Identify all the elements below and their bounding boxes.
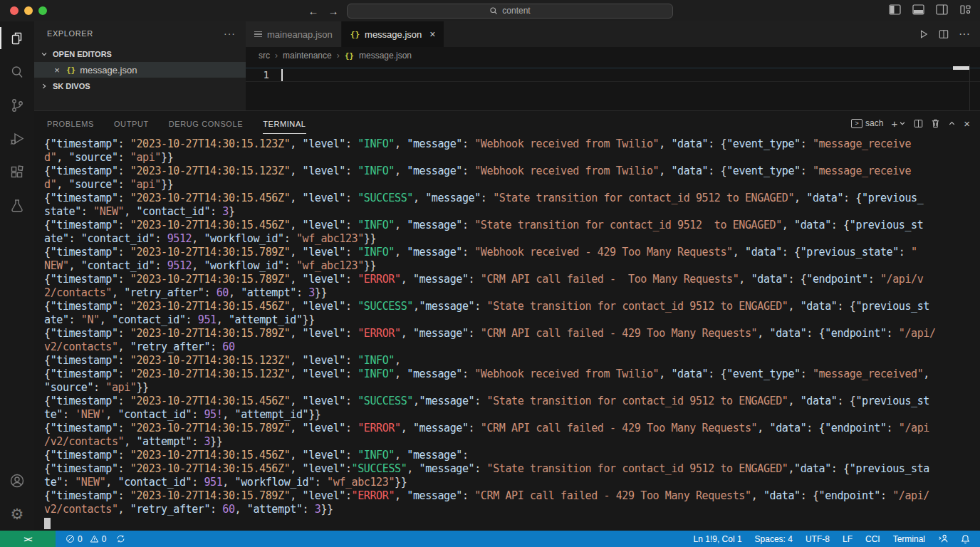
terminal-output[interactable]: {"timestamp": "2023-10-27T14:30:15.123Z"… (34, 135, 980, 531)
editor-more-actions-icon[interactable]: ··· (959, 28, 970, 41)
breadcrumb-separator-icon: › (337, 51, 340, 61)
encoding-indicator[interactable]: UTF-8 (806, 534, 830, 544)
search-icon (489, 6, 498, 15)
activity-extensions-icon[interactable] (0, 155, 34, 189)
tab-debug-console[interactable]: DERUG CONSOLE (169, 113, 243, 134)
terminal-line: {"timestamp": "2023-10-27T14:30:15.456Z"… (44, 192, 980, 205)
terminal-line: {"timestamp": "2023-10-27T14:30:15.456Z"… (44, 395, 980, 408)
maximize-panel-chevron-up-icon[interactable] (948, 120, 956, 127)
line-col-indicator[interactable]: Ln 1!9, Col 1 (694, 534, 742, 544)
activity-source-control-icon[interactable] (0, 88, 34, 122)
title-bar: ← → content (0, 0, 980, 21)
panel-tabs: PROBLEMS OUTPUT DERUG CONSOLE TERMINAL (47, 113, 306, 134)
sync-icon[interactable] (116, 534, 125, 543)
terminal-line: {"timestamp": "2023-10-27T14:30:15.789Z"… (44, 489, 980, 503)
toggle-secondary-sidebar-icon[interactable] (936, 4, 948, 15)
breadcrumb-src[interactable]: src (259, 51, 270, 61)
terminal-line: {"timestamp": "2023-10-27T14:30:15.123Z"… (44, 354, 980, 368)
notifications-bell-icon[interactable] (961, 534, 970, 544)
terminal-line: "source": "api"}} (44, 381, 980, 395)
terminal-line: {"timestamp": "2023-10-27T14:30:15.456Z"… (44, 300, 980, 313)
tab-terminal[interactable]: TERMINAL (263, 113, 306, 134)
open-editor-message-json[interactable]: × {} message.json (34, 62, 246, 78)
terminal-line: {"timestamp": "2023-10-27T14:30:15.123Z"… (44, 165, 980, 178)
workbench: EXPLORER ··· OPEN EDITORS × {} (34, 21, 980, 531)
problems-status[interactable]: 0 0 (66, 534, 106, 544)
customize-layout-icon[interactable] (959, 4, 971, 15)
terminal-line: {"timestamp": "2023-10-27T14:30:15.789Z"… (44, 327, 980, 340)
remote-icon: >< (24, 535, 32, 543)
close-tab-icon[interactable]: × (429, 28, 435, 40)
close-panel-icon[interactable]: × (964, 118, 970, 130)
open-editor-label: message.json (80, 65, 137, 75)
terminal-line: state": "NEW", "contact_id": 3} (44, 205, 980, 219)
terminal-line: v2/contacts", "retry_after": 60 (44, 340, 980, 354)
activity-bar: ⚙ (0, 21, 34, 531)
breadcrumb-maintenance[interactable]: maintenance (283, 51, 332, 61)
terminal-icon: > (851, 119, 862, 128)
folder-root-label: SK DIVOS (53, 82, 90, 90)
activity-run-debug-icon[interactable] (0, 122, 34, 155)
close-editor-icon[interactable]: × (52, 65, 62, 75)
eol-indicator[interactable]: LF (843, 534, 853, 544)
terminal-line: te": 'NEW', "contact_id": 95!, "attempt_… (44, 408, 980, 422)
panel-actions: > sach + (851, 118, 970, 130)
context-indicator[interactable]: Terminal (893, 534, 925, 544)
new-terminal-button[interactable]: + (891, 118, 906, 130)
error-icon (66, 534, 75, 543)
editor-scrollbar[interactable] (953, 66, 969, 70)
activity-search-icon[interactable] (0, 55, 34, 88)
workbench-main: ⚙ EXPLORER ··· (0, 21, 980, 531)
current-line: 1 (246, 68, 980, 82)
vscode-window: ← → content (0, 0, 980, 547)
open-editors-section[interactable]: OPEN EDITORS (34, 46, 246, 62)
language-indicator[interactable]: CCI (865, 534, 880, 544)
accounts-icon[interactable] (0, 464, 34, 497)
tab-message-json[interactable]: {} message.json × (342, 21, 444, 47)
tab-maineanap-json[interactable]: maineanap.json (246, 21, 342, 47)
activity-testing-icon[interactable] (0, 189, 34, 222)
shell-label: sach (865, 118, 883, 128)
toggle-sidebar-icon[interactable] (889, 4, 901, 15)
minimize-window-button[interactable] (24, 6, 33, 15)
activity-explorer-icon[interactable] (0, 21, 34, 55)
explorer-sidebar: EXPLORER ··· OPEN EDITORS × {} (34, 21, 246, 110)
json-file-icon: {} (350, 30, 360, 39)
status-right: Ln 1!9, Col 1 Spaces: 4 UTF-8 LF CCI Ter… (694, 534, 980, 544)
split-terminal-icon[interactable] (914, 119, 923, 128)
terminal-line: 2/contacts", "retry_after": 60, "attempt… (44, 286, 980, 300)
feedback-icon[interactable] (938, 534, 948, 543)
terminal-line: {"timestamp": "2023-10-27T14:30:15.456Z"… (44, 219, 980, 232)
terminal-line: d", "source": "api"}} (44, 178, 980, 192)
panel-header: PROBLEMS OUTPUT DERUG CONSOLE TERMINAL >… (34, 111, 980, 135)
json-file-icon: {} (345, 51, 354, 61)
editor-code-area[interactable]: 1 (246, 64, 980, 110)
command-center-search[interactable]: content (347, 4, 673, 19)
kill-terminal-trash-icon[interactable] (931, 118, 940, 128)
terminal-line: NEW", "contact_id": 9512, "workflow_id":… (44, 259, 980, 273)
terminal-shell-badge[interactable]: > sach (851, 118, 883, 128)
tab-problems[interactable]: PROBLEMS (47, 113, 94, 134)
settings-gear-icon[interactable]: ⚙ (0, 497, 34, 531)
run-file-icon[interactable] (919, 29, 929, 39)
split-editor-icon[interactable] (939, 29, 949, 39)
breadcrumb-file[interactable]: message.json (359, 51, 412, 61)
toggle-panel-icon[interactable] (912, 4, 924, 15)
forward-icon[interactable]: → (327, 5, 340, 17)
layout-controls (889, 4, 971, 15)
editor-cursor (281, 69, 283, 81)
close-window-button[interactable] (10, 6, 19, 15)
terminal-line: {"timestamp": "2023-10-27T14:30:15.456Z"… (44, 449, 980, 462)
zoom-window-button[interactable] (38, 6, 47, 15)
remote-indicator[interactable]: >< (0, 531, 56, 547)
terminal-line: te": "NEW", "contact_id": 951, "workflow… (44, 476, 980, 489)
more-actions-icon[interactable]: ··· (224, 28, 236, 39)
back-icon[interactable]: ← (307, 5, 320, 17)
terminal-line: {"timestamp": "2023-10-27T14:30:15.456Z"… (44, 462, 980, 476)
chevron-right-icon (38, 83, 50, 90)
error-count: 0 (78, 534, 83, 544)
folder-root-section[interactable]: SK DIVOS (34, 78, 246, 94)
tab-output[interactable]: OUTPUT (114, 113, 149, 134)
indentation-indicator[interactable]: Spaces: 4 (755, 534, 793, 544)
terminal-cursor (44, 518, 51, 529)
